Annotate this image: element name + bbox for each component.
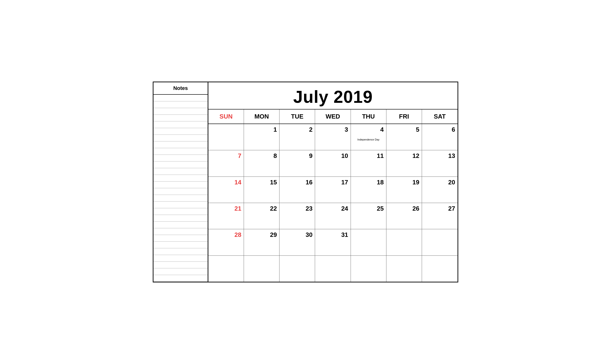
cell-number: 17	[318, 179, 348, 186]
calendar-cell: 28	[208, 229, 244, 255]
calendar-cell: 17	[315, 177, 351, 203]
cell-number: 31	[318, 231, 348, 238]
notes-line[interactable]	[153, 275, 208, 282]
calendar-cell: 9	[279, 150, 315, 176]
notes-line[interactable]	[153, 248, 208, 255]
cell-number: 14	[211, 179, 241, 186]
calendar-cell	[208, 124, 244, 150]
notes-line[interactable]	[153, 195, 208, 202]
calendar-cell	[386, 229, 422, 255]
calendar-cell: 12	[386, 150, 422, 176]
calendar-cell: 11	[351, 150, 386, 176]
notes-line[interactable]	[153, 268, 208, 275]
notes-line[interactable]	[153, 228, 208, 235]
cell-number: 23	[282, 205, 312, 212]
day-headers-row: SUNMONTUEWEDTHUFRISAT	[208, 109, 458, 124]
notes-line[interactable]	[153, 135, 208, 142]
cell-number: 27	[424, 205, 455, 212]
notes-line[interactable]	[153, 142, 208, 148]
notes-lines	[153, 95, 208, 282]
day-header-sun: SUN	[208, 109, 244, 124]
notes-line[interactable]	[153, 115, 208, 121]
cell-number: 3	[318, 126, 348, 133]
calendar-cell	[208, 256, 244, 282]
calendar-cell: 1	[244, 124, 279, 150]
cell-number: 22	[246, 205, 277, 212]
cell-number: 5	[389, 126, 419, 133]
cell-number: 29	[246, 231, 277, 238]
calendar-cell: 24	[315, 203, 351, 229]
notes-line[interactable]	[153, 101, 208, 108]
calendar-cell: 30	[279, 229, 315, 255]
calendar-cell: 31	[315, 229, 351, 255]
cell-number: 11	[353, 152, 384, 160]
calendar-cell: 4Independence Day	[351, 124, 386, 150]
calendar-cell: 22	[244, 203, 279, 229]
day-header-wed: WED	[315, 109, 351, 124]
cell-number: 7	[211, 152, 241, 160]
calendar-cell: 19	[386, 177, 422, 203]
calendar-row: 28293031	[208, 229, 458, 256]
notes-line[interactable]	[153, 255, 208, 262]
cell-number: 2	[282, 126, 312, 133]
cell-number: 10	[318, 152, 348, 160]
calendar-row	[208, 256, 458, 282]
calendar-cell: 5	[386, 124, 422, 150]
notes-line[interactable]	[153, 242, 208, 248]
cell-holiday: Independence Day	[353, 138, 384, 141]
calendar-cell	[279, 256, 315, 282]
day-header-fri: FRI	[386, 109, 422, 124]
cell-number: 21	[211, 205, 241, 212]
day-header-tue: TUE	[279, 109, 315, 124]
calendar-section: July 2019 SUNMONTUEWEDTHUFRISAT 1234Inde…	[208, 82, 458, 282]
calendar-cell: 18	[351, 177, 386, 203]
cell-number: 9	[282, 152, 312, 160]
cell-number: 15	[246, 179, 277, 186]
notes-line[interactable]	[153, 175, 208, 182]
notes-line[interactable]	[153, 168, 208, 175]
calendar-cell: 29	[244, 229, 279, 255]
notes-line[interactable]	[153, 108, 208, 115]
calendar-row: 1234Independence Day56	[208, 124, 458, 150]
notes-line[interactable]	[153, 95, 208, 101]
notes-line[interactable]	[153, 221, 208, 228]
calendar-row: 14151617181920	[208, 177, 458, 203]
calendar-cell: 7	[208, 150, 244, 176]
calendar-row: 21222324252627	[208, 203, 458, 229]
notes-line[interactable]	[153, 148, 208, 155]
calendar-cell: 14	[208, 177, 244, 203]
calendar-cell	[386, 256, 422, 282]
notes-line[interactable]	[153, 202, 208, 208]
calendar-title: July 2019	[208, 82, 458, 109]
notes-line[interactable]	[153, 155, 208, 161]
calendar-cell	[422, 229, 458, 255]
cell-number: 13	[424, 152, 455, 160]
calendar-cell: 15	[244, 177, 279, 203]
page-container: Notes July 2019 SUNMONTUEWEDTHUFRISAT 12…	[153, 82, 458, 282]
cell-number: 1	[246, 126, 277, 133]
notes-line[interactable]	[153, 121, 208, 128]
cell-number: 4	[353, 126, 384, 133]
calendar-rows: 1234Independence Day56789101112131415161…	[208, 124, 458, 282]
notes-line[interactable]	[153, 161, 208, 168]
notes-line[interactable]	[153, 128, 208, 135]
cell-number: 30	[282, 231, 312, 238]
calendar-cell	[422, 256, 458, 282]
notes-line[interactable]	[153, 208, 208, 215]
calendar-cell: 16	[279, 177, 315, 203]
calendar-cell: 21	[208, 203, 244, 229]
cell-number: 28	[211, 231, 241, 238]
notes-line[interactable]	[153, 235, 208, 242]
cell-number: 24	[318, 205, 348, 212]
day-header-mon: MON	[244, 109, 279, 124]
notes-line[interactable]	[153, 215, 208, 221]
day-header-thu: THU	[351, 109, 386, 124]
notes-line[interactable]	[153, 182, 208, 188]
notes-header: Notes	[153, 82, 208, 95]
notes-line[interactable]	[153, 188, 208, 195]
calendar-cell: 10	[315, 150, 351, 176]
calendar-cell	[351, 229, 386, 255]
notes-line[interactable]	[153, 262, 208, 268]
calendar-cell: 27	[422, 203, 458, 229]
cell-number: 26	[389, 205, 419, 212]
